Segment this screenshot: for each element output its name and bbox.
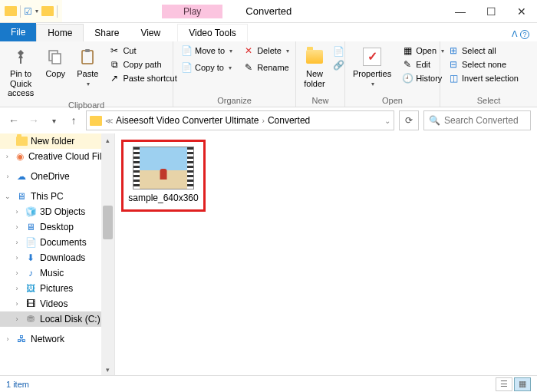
delete-button[interactable]: ✕Delete▾: [240, 44, 292, 57]
chevron-down-icon[interactable]: ⌄: [3, 193, 12, 200]
ribbon-group-open: ✓ Properties ▾ ▦Open▾ ✎Edit 🕘History Ope…: [345, 41, 440, 107]
chevron-right-icon[interactable]: ›: [12, 285, 21, 292]
tree-this-pc[interactable]: ⌄🖥This PC: [0, 189, 114, 204]
minimize-button[interactable]: —: [445, 0, 476, 23]
content-pane[interactable]: sample_640x360: [115, 133, 537, 376]
ribbon-group-select: ⊞Select all ⊟Select none ◫Invert selecti…: [440, 41, 537, 107]
easy-access-icon[interactable]: 🔗: [333, 60, 344, 71]
ribbon-group-clipboard: Pin to Quick access Copy Paste ▾ ✂Cut ⧉C…: [0, 41, 173, 107]
up-button[interactable]: ↑: [66, 113, 81, 128]
scroll-thumb[interactable]: [103, 206, 113, 239]
breadcrumb-seg[interactable]: Aiseesoft Video Converter Ultimate: [116, 115, 259, 126]
copy-path-button[interactable]: ⧉Copy path: [106, 58, 180, 71]
tab-file[interactable]: File: [0, 23, 36, 41]
details-view-button[interactable]: ☰: [496, 377, 512, 391]
chevron-right-icon[interactable]: ›: [3, 173, 12, 180]
ribbon-collapse-button[interactable]: ᐱ ?: [504, 27, 537, 41]
select-none-icon: ⊟: [448, 59, 459, 70]
tree-videos[interactable]: ›🎞Videos: [0, 296, 114, 311]
chevron-right-icon[interactable]: ›: [12, 208, 21, 216]
copy-icon: [44, 46, 66, 68]
copy-button[interactable]: Copy: [41, 44, 69, 81]
copy-to-button[interactable]: 📄Copy to▾: [178, 61, 236, 74]
select-all-button[interactable]: ⊞Select all: [445, 44, 522, 57]
forward-button[interactable]: →: [26, 113, 41, 128]
chevron-down-icon: ▾: [229, 64, 232, 71]
chevron-right-icon[interactable]: ›: [3, 153, 12, 160]
tree-3d-objects[interactable]: ›🧊3D Objects: [0, 204, 114, 219]
chevron-right-icon[interactable]: ›: [12, 315, 21, 323]
recent-locations-button[interactable]: ▾: [46, 113, 61, 128]
invert-selection-button[interactable]: ◫Invert selection: [445, 72, 522, 84]
tree-onedrive[interactable]: ›☁OneDrive: [0, 169, 114, 184]
history-icon: 🕘: [402, 73, 413, 84]
delete-icon: ✕: [243, 45, 254, 56]
tree-music[interactable]: ›♪Music: [0, 265, 114, 281]
refresh-button[interactable]: ⟳: [399, 110, 419, 130]
tree-downloads[interactable]: ›⬇Downloads: [0, 250, 114, 265]
move-to-button[interactable]: 📄Move to▾: [178, 44, 236, 57]
chevron-down-icon: ▾: [286, 48, 289, 54]
tab-view[interactable]: View: [130, 25, 171, 41]
svg-rect-4: [85, 49, 90, 52]
chevron-right-icon[interactable]: ›: [12, 239, 21, 246]
chevron-right-icon[interactable]: ›: [12, 254, 21, 262]
copy-to-icon: 📄: [181, 62, 192, 73]
network-icon: 🖧: [15, 334, 28, 344]
paste-shortcut-button[interactable]: ↗Paste shortcut: [106, 72, 180, 84]
qat-properties-icon[interactable]: ☑: [24, 6, 32, 17]
copy-label: Copy: [45, 69, 65, 79]
quick-access-toolbar: ☑ ▾: [0, 0, 62, 22]
chevron-down-icon[interactable]: ⌄: [384, 117, 390, 125]
pictures-icon: 🖼: [25, 283, 37, 294]
file-item[interactable]: sample_640x360: [121, 140, 206, 212]
tab-share[interactable]: Share: [84, 25, 130, 41]
downloads-icon: ⬇: [25, 252, 37, 263]
nav-tree: New folder ›◉Creative Cloud Files ›☁OneD…: [0, 133, 115, 376]
tab-home[interactable]: Home: [36, 24, 84, 41]
separator: [57, 5, 58, 18]
tree-network[interactable]: ›🖧Network: [0, 331, 114, 347]
select-all-icon: ⊞: [448, 45, 459, 56]
chevron-right-icon[interactable]: ›: [12, 300, 21, 308]
edit-icon: ✎: [402, 59, 413, 70]
address-bar[interactable]: ≪ Aiseesoft Video Converter Ultimate › C…: [86, 110, 394, 130]
ribbon-group-organize: 📄Move to▾ 📄Copy to▾ ✕Delete▾ ✎Rename Org…: [173, 41, 296, 107]
maximize-button[interactable]: ☐: [476, 0, 506, 23]
qat-dropdown-icon[interactable]: ▾: [35, 8, 38, 15]
pin-to-quick-access-button[interactable]: Pin to Quick access: [5, 44, 37, 100]
back-button[interactable]: ←: [6, 113, 21, 128]
properties-button[interactable]: ✓ Properties ▾: [350, 44, 394, 89]
scissors-icon: ✂: [109, 45, 120, 56]
chevron-right-icon[interactable]: ›: [12, 269, 21, 277]
tab-video-tools[interactable]: Video Tools: [177, 24, 248, 41]
select-none-button[interactable]: ⊟Select none: [445, 58, 522, 71]
scrollbar[interactable]: ▴ ▾: [101, 133, 114, 376]
scroll-down-icon[interactable]: ▾: [101, 363, 114, 376]
ribbon-tabs: File Home Share View Video Tools ᐱ ?: [0, 23, 537, 41]
paste-button[interactable]: Paste ▾: [74, 44, 101, 89]
chevron-right-icon[interactable]: ›: [12, 223, 21, 231]
tree-pictures[interactable]: ›🖼Pictures: [0, 281, 114, 296]
properties-icon: ✓: [361, 46, 383, 68]
folder-icon: [41, 6, 54, 16]
tree-desktop[interactable]: ›🖥Desktop: [0, 219, 114, 235]
breadcrumb-seg[interactable]: Converted: [268, 115, 310, 126]
close-button[interactable]: ✕: [506, 0, 537, 23]
search-input[interactable]: [444, 115, 525, 126]
tree-creative-cloud[interactable]: ›◉Creative Cloud Files: [0, 149, 114, 164]
tree-new-folder[interactable]: New folder: [0, 133, 114, 149]
tree-local-disk[interactable]: ›⛃Local Disk (C:): [0, 311, 114, 327]
tree-documents[interactable]: ›📄Documents: [0, 235, 114, 250]
search-box[interactable]: 🔍: [423, 110, 531, 130]
thumbnails-view-button[interactable]: ▦: [514, 377, 531, 391]
cut-button[interactable]: ✂Cut: [106, 44, 180, 57]
scroll-up-icon[interactable]: ▴: [101, 133, 114, 147]
documents-icon: 📄: [25, 237, 37, 248]
rename-button[interactable]: ✎Rename: [240, 61, 292, 74]
chevron-right-icon[interactable]: ›: [3, 335, 12, 343]
new-item-icon[interactable]: 📄: [333, 46, 344, 57]
invert-icon: ◫: [448, 73, 459, 84]
item-count: 1 item: [6, 380, 29, 389]
new-folder-button[interactable]: New folder: [301, 44, 328, 90]
